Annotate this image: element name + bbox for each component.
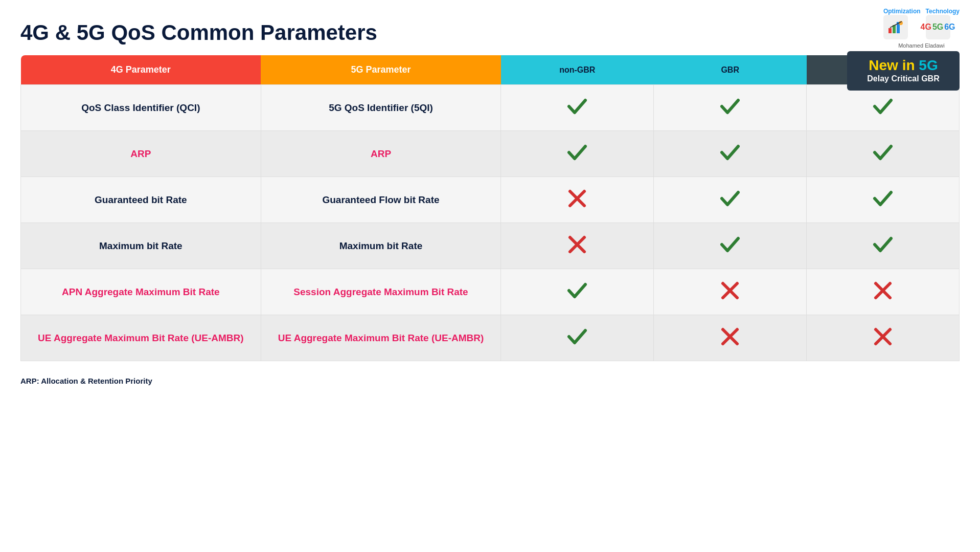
comparison-table: 4G Parameter 5G Parameter non-GBR GBR De… — [20, 55, 960, 361]
page-title: 4G & 5G QoS Common Parameters — [20, 20, 960, 45]
optimization-icon — [883, 15, 908, 39]
cell-gbr — [654, 223, 807, 269]
check-icon — [566, 95, 588, 120]
cell-4g-param: QoS Class Identifier (QCI) — [21, 85, 261, 131]
check-icon — [719, 233, 741, 258]
cross-icon — [873, 326, 893, 349]
cell-nongbr — [501, 177, 654, 223]
logo-4g: 4G — [921, 23, 931, 32]
check-icon — [719, 95, 741, 120]
cell-4g-param: UE Aggregate Maximum Bit Rate (UE-AMBR) — [21, 315, 261, 361]
cross-icon — [567, 234, 587, 257]
cell-5g-param: ARP — [261, 131, 501, 177]
cross-icon — [720, 326, 740, 349]
cross-icon — [720, 280, 740, 303]
cell-5g-param: Session Aggregate Maximum Bit Rate — [261, 269, 501, 315]
check-icon — [872, 187, 894, 212]
header-4g: 4G Parameter — [21, 55, 261, 85]
technology-icon: 4G 5G 6G — [926, 15, 950, 39]
check-icon — [566, 325, 588, 350]
check-icon — [872, 233, 894, 258]
check-icon — [872, 141, 894, 166]
comparison-table-wrapper: 4G Parameter 5G Parameter non-GBR GBR De… — [20, 55, 960, 361]
table-row: Guaranteed bit RateGuaranteed Flow bit R… — [21, 177, 960, 223]
table-row: UE Aggregate Maximum Bit Rate (UE-AMBR)U… — [21, 315, 960, 361]
header-gbr: GBR — [654, 55, 807, 85]
cell-5g-param: Maximum bit Rate — [261, 223, 501, 269]
cell-dcgbr — [807, 223, 960, 269]
cell-gbr — [654, 177, 807, 223]
cell-nongbr — [501, 85, 654, 131]
technology-label: Technology — [926, 8, 960, 15]
header-5g: 5G Parameter — [261, 55, 501, 85]
in-5g-text: 5G — [919, 57, 938, 73]
svg-rect-0 — [888, 28, 892, 33]
cross-icon — [873, 280, 893, 303]
check-icon — [719, 141, 741, 166]
cell-dcgbr — [807, 177, 960, 223]
cell-4g-param: ARP — [21, 131, 261, 177]
cell-5g-param: Guaranteed Flow bit Rate — [261, 177, 501, 223]
cell-gbr — [654, 85, 807, 131]
cell-gbr — [654, 315, 807, 361]
table-row: APN Aggregate Maximum Bit RateSession Ag… — [21, 269, 960, 315]
header-nongbr: non-GBR — [501, 55, 654, 85]
cell-5g-param: UE Aggregate Maximum Bit Rate (UE-AMBR) — [261, 315, 501, 361]
cross-icon — [567, 188, 587, 211]
check-icon — [719, 187, 741, 212]
cell-4g-param: APN Aggregate Maximum Bit Rate — [21, 269, 261, 315]
cell-dcgbr — [807, 315, 960, 361]
top-right-logo: Optimization Technology 4G 5G 6G — [883, 8, 960, 49]
cell-gbr — [654, 269, 807, 315]
table-body: QoS Class Identifier (QCI)5G QoS Identif… — [21, 85, 960, 361]
cell-nongbr — [501, 131, 654, 177]
check-icon — [566, 141, 588, 166]
cell-nongbr — [501, 269, 654, 315]
new-text: New in — [869, 57, 919, 73]
optimization-label: Optimization — [883, 8, 921, 15]
cell-dcgbr — [807, 131, 960, 177]
logo-5g: 5G — [932, 23, 943, 32]
logo-6g: 6G — [944, 23, 955, 32]
cell-nongbr — [501, 223, 654, 269]
check-icon — [566, 279, 588, 304]
table-row: Maximum bit RateMaximum bit Rate — [21, 223, 960, 269]
cell-dcgbr — [807, 269, 960, 315]
cell-dcgbr — [807, 85, 960, 131]
table-row: ARPARP — [21, 131, 960, 177]
cell-gbr — [654, 131, 807, 177]
cell-4g-param: Guaranteed bit Rate — [21, 177, 261, 223]
table-row: QoS Class Identifier (QCI)5G QoS Identif… — [21, 85, 960, 131]
delay-critical-gbr-text: Delay Critical GBR — [856, 74, 950, 84]
table-header: 4G Parameter 5G Parameter non-GBR GBR De… — [21, 55, 960, 85]
cell-5g-param: 5G QoS Identifier (5QI) — [261, 85, 501, 131]
footnote: ARP: Allocation & Retention Priority — [20, 377, 960, 385]
check-icon — [872, 95, 894, 120]
cell-nongbr — [501, 315, 654, 361]
author-name: Mohamed Eladawi — [898, 42, 945, 49]
cell-4g-param: Maximum bit Rate — [21, 223, 261, 269]
new-in-5g-badge: New in 5G Delay Critical GBR — [847, 51, 960, 91]
